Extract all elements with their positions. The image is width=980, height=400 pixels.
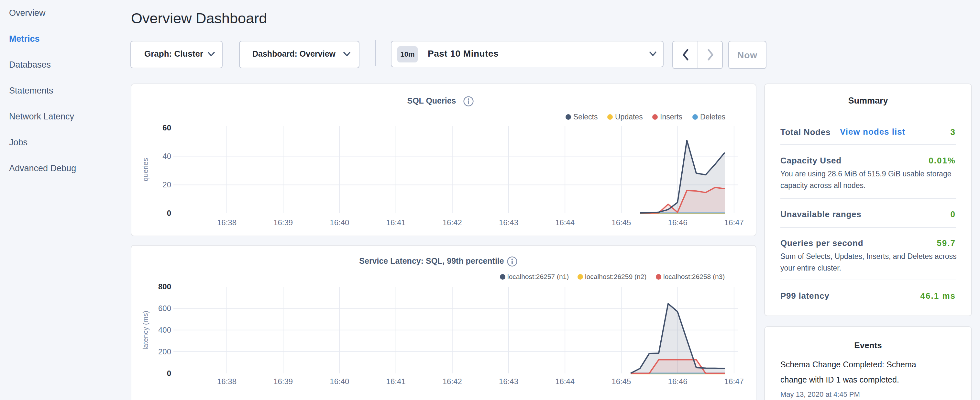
svg-text:16:46: 16:46 — [668, 377, 687, 386]
svg-text:16:38: 16:38 — [217, 218, 237, 227]
svg-text:16:46: 16:46 — [668, 218, 687, 227]
svg-text:16:45: 16:45 — [611, 377, 631, 386]
svg-text:0: 0 — [167, 369, 171, 378]
svg-text:16:45: 16:45 — [611, 218, 631, 227]
svg-text:16:42: 16:42 — [442, 218, 462, 227]
svg-text:16:47: 16:47 — [724, 218, 744, 227]
svg-text:16:39: 16:39 — [274, 377, 293, 386]
svg-text:40: 40 — [162, 152, 171, 161]
svg-text:16:38: 16:38 — [217, 377, 237, 386]
svg-text:400: 400 — [158, 325, 171, 334]
svg-text:16:41: 16:41 — [386, 377, 406, 386]
svg-text:latency (ms): latency (ms) — [142, 311, 150, 349]
svg-text:16:43: 16:43 — [499, 377, 518, 386]
svg-text:0: 0 — [167, 209, 171, 217]
svg-text:16:44: 16:44 — [555, 377, 574, 386]
svg-text:60: 60 — [162, 123, 171, 132]
svg-text:16:40: 16:40 — [330, 218, 349, 227]
svg-text:16:43: 16:43 — [499, 218, 518, 227]
svg-text:800: 800 — [158, 282, 171, 291]
svg-text:16:44: 16:44 — [555, 218, 574, 227]
svg-text:200: 200 — [158, 347, 171, 356]
svg-text:16:41: 16:41 — [386, 218, 406, 227]
svg-text:16:47: 16:47 — [724, 377, 744, 386]
svg-text:600: 600 — [158, 304, 171, 312]
svg-text:16:42: 16:42 — [442, 377, 462, 386]
svg-text:16:39: 16:39 — [274, 218, 293, 227]
svg-text:queries: queries — [142, 158, 150, 181]
svg-text:16:40: 16:40 — [330, 377, 349, 386]
svg-text:20: 20 — [162, 180, 171, 189]
